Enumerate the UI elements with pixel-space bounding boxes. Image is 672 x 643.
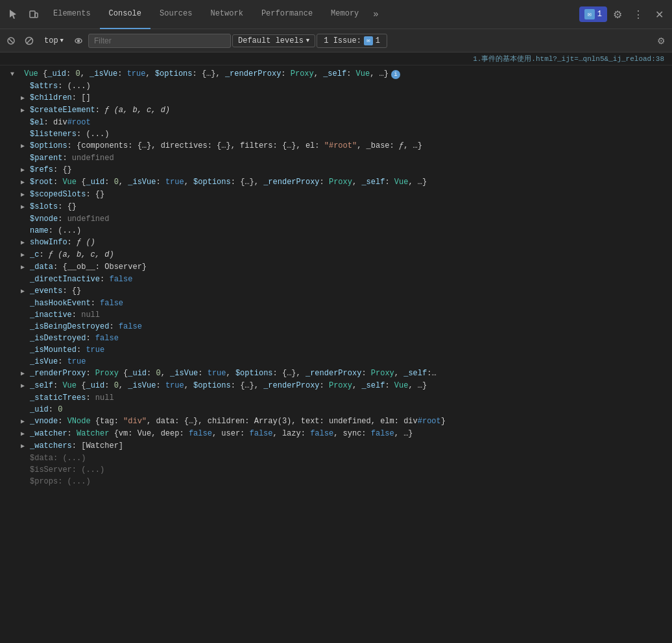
settings-icon[interactable]: ⚙	[607, 4, 628, 25]
console-line-children[interactable]: $children: []	[0, 92, 672, 104]
svg-rect-1	[35, 13, 38, 18]
prohibit-button[interactable]	[21, 32, 38, 49]
cursor-icon[interactable]	[3, 4, 23, 25]
expand-toggle[interactable]	[21, 141, 30, 152]
console-line-statictrees[interactable]: _staticTrees: null	[0, 392, 672, 404]
expand-toggle[interactable]	[21, 250, 30, 261]
svg-point-7	[78, 40, 80, 41]
console-line-listeners[interactable]: $listeners: (...)	[0, 128, 672, 140]
console-line-name[interactable]: name: (...)	[0, 225, 672, 237]
console-line-showinfo[interactable]: showInfo: ƒ ()	[0, 237, 672, 249]
console-line-root-vue[interactable]: Vue {_uid: 0, _isVue: true, $options: {……	[0, 68, 672, 80]
devtools-tab-bar: Elements Console Sources Network Perform…	[0, 0, 672, 29]
chevron-down-icon: ▼	[60, 38, 64, 44]
badge-icon: ✉	[584, 9, 595, 19]
close-icon[interactable]: ✕	[649, 4, 669, 25]
console-toolbar: top ▼ Default levels ▼ 1 Issue: ✉ 1 ⚙	[0, 29, 672, 53]
expand-toggle[interactable]	[21, 165, 30, 176]
more-tabs-button[interactable]: »	[368, 0, 383, 29]
console-line-scopedslots[interactable]: $scopedSlots: {}	[0, 189, 672, 201]
console-line-isdestroyed[interactable]: _isDestroyed: false	[0, 333, 672, 344]
expand-toggle[interactable]	[21, 441, 30, 452]
eye-button[interactable]	[70, 32, 87, 49]
console-line-options[interactable]: $options: {components: {…}, directives: …	[0, 140, 672, 152]
console-line-createelement[interactable]: $createElement: ƒ (a, b, c, d)	[0, 104, 672, 117]
context-dropdown[interactable]: top ▼	[39, 35, 69, 47]
console-line-props[interactable]: $props: (...)	[0, 476, 672, 487]
tab-console[interactable]: Console	[100, 0, 150, 29]
console-line-parent[interactable]: $parent: undefined	[0, 152, 672, 164]
tab-sources[interactable]: Sources	[150, 0, 201, 29]
svg-line-3	[9, 39, 13, 43]
expand-toggle[interactable]	[10, 69, 19, 80]
issues-button[interactable]: 1 Issue: ✉ 1	[317, 34, 387, 48]
clear-console-button[interactable]	[3, 32, 19, 49]
console-line-uid[interactable]: _uid: 0	[0, 404, 672, 415]
svg-rect-0	[30, 11, 35, 18]
expand-toggle[interactable]	[21, 177, 30, 189]
console-line-refs[interactable]: $refs: {}	[0, 164, 672, 176]
log-level-dropdown[interactable]: Default levels ▼	[232, 34, 315, 47]
tab-network[interactable]: Network	[201, 0, 252, 29]
console-line-isserver[interactable]: $isServer: (...)	[0, 464, 672, 476]
console-line-slots[interactable]: $slots: {}	[0, 201, 672, 213]
expand-toggle[interactable]	[21, 416, 30, 428]
console-line-data-getter[interactable]: $data: (...)	[0, 452, 672, 464]
console-line-isvue[interactable]: _isVue: true	[0, 356, 672, 368]
console-line-watchers[interactable]: _watchers: [Watcher]	[0, 440, 672, 452]
expand-toggle[interactable]	[21, 93, 30, 104]
console-line-_data[interactable]: _data: {__ob__: Observer}	[0, 261, 672, 274]
console-line-el[interactable]: $el: div#root	[0, 117, 672, 128]
console-line-inactive[interactable]: _inactive: null	[0, 309, 672, 321]
console-line-hashookevent[interactable]: _hasHookEvent: false	[0, 298, 672, 309]
console-line-vnode-prop[interactable]: _vnode: VNode {tag: "div", data: {…}, ch…	[0, 415, 672, 428]
console-line-self[interactable]: _self: Vue {_uid: 0, _isVue: true, $opti…	[0, 380, 672, 392]
expand-toggle[interactable]	[21, 428, 30, 440]
console-line-renderproxy[interactable]: _renderProxy: Proxy {_uid: 0, _isVue: tr…	[0, 368, 672, 380]
more-options-icon[interactable]: ⋮	[628, 4, 649, 25]
tab-memory[interactable]: Memory	[322, 0, 368, 29]
tab-performance[interactable]: Performance	[252, 0, 322, 29]
console-line-isbeingdestroyed[interactable]: _isBeingDestroyed: false	[0, 321, 672, 333]
console-line-events[interactable]: _events: {}	[0, 285, 672, 298]
expand-toggle[interactable]	[21, 368, 30, 380]
tab-elements[interactable]: Elements	[44, 0, 100, 29]
toolbar-settings-icon[interactable]: ⚙	[653, 32, 669, 49]
file-link-anchor[interactable]: 1.事件的基本使用.html?_ijt=…qnln5&_ij_reload:38	[473, 55, 664, 63]
console-line-_c[interactable]: _c: ƒ (a, b, c, d)	[0, 249, 672, 261]
console-line-ismounted[interactable]: _isMounted: true	[0, 344, 672, 356]
console-output: Vue {_uid: 0, _isVue: true, $options: {……	[0, 65, 672, 642]
expand-toggle[interactable]	[21, 237, 30, 249]
console-line-attrs[interactable]: $attrs: (...)	[0, 80, 672, 92]
issue-icon: ✉	[364, 36, 373, 45]
console-line-watcher[interactable]: _watcher: Watcher {vm: Vue, deep: false,…	[0, 428, 672, 440]
chevron-down-icon: ▼	[306, 38, 309, 44]
info-icon[interactable]: i	[391, 70, 400, 79]
expand-toggle[interactable]	[21, 380, 30, 392]
device-icon[interactable]	[23, 4, 44, 25]
expand-toggle[interactable]	[21, 262, 30, 274]
console-line-directinactive[interactable]: _directInactive: false	[0, 274, 672, 285]
console-line-root[interactable]: $root: Vue {_uid: 0, _isVue: true, $opti…	[0, 176, 672, 189]
notifications-badge[interactable]: ✉ 1	[579, 6, 607, 22]
expand-toggle[interactable]	[21, 105, 30, 117]
svg-line-5	[27, 38, 32, 43]
expand-toggle[interactable]	[21, 189, 30, 201]
expand-toggle[interactable]	[21, 202, 30, 213]
file-source-link: 1.事件的基本使用.html?_ijt=…qnln5&_ij_reload:38	[0, 53, 672, 65]
expand-toggle[interactable]	[21, 286, 30, 298]
console-line-vnode[interactable]: $vnode: undefined	[0, 213, 672, 225]
filter-input[interactable]	[88, 34, 231, 48]
